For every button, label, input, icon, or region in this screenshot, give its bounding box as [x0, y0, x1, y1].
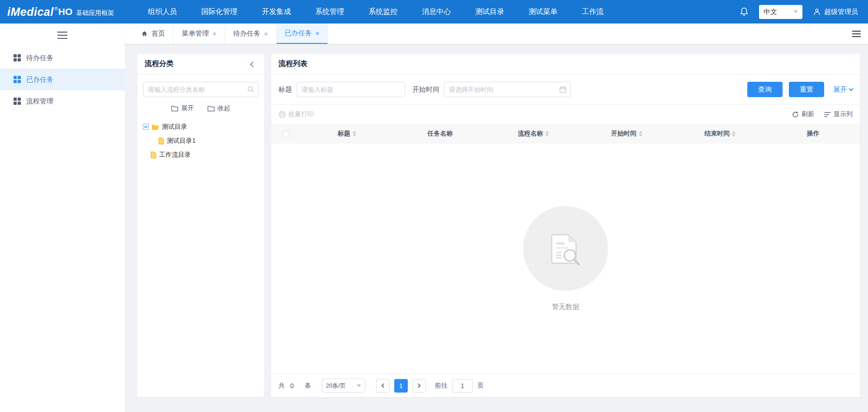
tree-node-label: 测试目录1: [167, 137, 196, 145]
nav-item-org[interactable]: 组织人员: [136, 0, 189, 23]
page-size-select[interactable]: 20条/页: [322, 379, 365, 393]
user-icon: [812, 7, 821, 16]
tree-expand-all-button[interactable]: 展开: [171, 104, 194, 112]
panel-title: 流程分类: [145, 59, 174, 69]
sort-icon[interactable]: [545, 131, 549, 136]
main-nav: 组织人员 国际化管理 开发集成 系统管理 系统监控 消息中心 测试目录 测试菜单…: [136, 0, 739, 23]
start-time-input[interactable]: [444, 82, 571, 97]
file-icon: [151, 151, 156, 159]
empty-state: 暂无数据: [271, 144, 860, 374]
chevron-down-icon: [849, 86, 854, 91]
process-list-panel: 流程列表 标题 开始时间 查询 重置 展开: [271, 54, 860, 397]
logo-suffix: HO: [58, 6, 73, 17]
sidebar-collapse-button[interactable]: [0, 23, 125, 47]
tab-label: 首页: [151, 29, 165, 38]
category-tree: 测试目录 测试目录1 工作流目录: [143, 120, 259, 162]
column-header-title: 标题: [300, 130, 393, 138]
user-menu[interactable]: 超级管理员: [812, 7, 858, 16]
empty-illustration: [523, 206, 608, 291]
nav-item-sysmonitor[interactable]: 系统监控: [356, 0, 410, 23]
batch-print-button[interactable]: 批量打印: [278, 110, 314, 118]
refresh-button[interactable]: 刷新: [792, 110, 814, 118]
nav-item-testdir[interactable]: 测试目录: [463, 0, 516, 23]
expand-filters-link[interactable]: 展开: [833, 85, 853, 94]
search-icon: [247, 86, 254, 93]
topbar: iMedical ® HO 基础应用框架 组织人员 国际化管理 开发集成 系统管…: [0, 0, 868, 23]
nav-item-sysmgmt[interactable]: 系统管理: [303, 0, 356, 23]
empty-text: 暂无数据: [552, 303, 579, 311]
app-logo: iMedical ® HO 基础应用框架: [7, 5, 114, 19]
page-suffix: 页: [477, 382, 484, 390]
file-icon: [158, 137, 164, 145]
nav-item-i18n[interactable]: 国际化管理: [189, 0, 250, 23]
sidebar-item-label: 待办任务: [26, 54, 53, 62]
nav-item-dev[interactable]: 开发集成: [250, 0, 303, 23]
grid-icon: [14, 98, 21, 105]
sidebar-item-done-tasks[interactable]: 已办任务: [0, 69, 125, 90]
refresh-icon: [792, 111, 799, 118]
nav-item-workflow[interactable]: 工作流: [570, 0, 616, 23]
sort-icon[interactable]: [353, 131, 356, 136]
sidebar: 待办任务 已办任务 流程管理: [0, 23, 125, 412]
title-filter-label: 标题: [278, 85, 292, 94]
app-subtitle: 基础应用框架: [76, 9, 114, 17]
prev-page-button[interactable]: [376, 379, 390, 393]
page-number-1[interactable]: 1: [394, 379, 408, 393]
grid-icon: [14, 54, 21, 61]
language-select[interactable]: 中文: [759, 5, 802, 19]
goto-page-input[interactable]: [452, 379, 473, 393]
panel-title: 流程列表: [278, 59, 307, 69]
user-name: 超级管理员: [824, 8, 858, 16]
goto-label: 前往: [435, 382, 448, 390]
chevron-down-icon: [793, 10, 798, 13]
hamburger-icon: [57, 32, 67, 39]
show-columns-button[interactable]: 显示列: [824, 110, 853, 118]
hamburger-icon: [852, 31, 861, 37]
query-button[interactable]: 查询: [747, 82, 783, 97]
tab-label: 待办任务: [233, 29, 260, 38]
sidebar-item-process-mgmt[interactable]: 流程管理: [0, 90, 125, 112]
nav-item-msgcenter[interactable]: 消息中心: [410, 0, 463, 23]
title-filter-input[interactable]: [297, 82, 405, 97]
tree-collapse-all-button[interactable]: 收起: [208, 104, 230, 112]
chevron-left-icon: [381, 384, 386, 388]
column-header-process-name: 流程名称: [487, 130, 580, 138]
tree-node-workflow-dir[interactable]: 工作流目录: [143, 148, 259, 162]
tab-list-menu-button[interactable]: [844, 23, 868, 44]
column-header-actions: 操作: [767, 130, 860, 138]
grid-icon: [14, 76, 21, 83]
tab-close-icon[interactable]: ×: [212, 30, 217, 37]
topbar-right: 中文 超级管理员: [739, 5, 858, 19]
next-page-button[interactable]: [412, 379, 426, 393]
tree-node-test-dir-1[interactable]: 测试目录1: [143, 134, 259, 148]
select-all-checkbox[interactable]: [283, 131, 289, 137]
pagination-bar: 共 0 条 20条/页 1 前往 页: [271, 374, 860, 397]
tree-collapse-node-icon[interactable]: [143, 124, 149, 130]
sidebar-menu: 待办任务 已办任务 流程管理: [0, 47, 125, 112]
tab-menu-management[interactable]: 菜单管理 ×: [174, 23, 225, 44]
tab-close-icon[interactable]: ×: [316, 30, 320, 37]
empty-document-icon: [543, 225, 588, 272]
reset-button[interactable]: 重置: [789, 82, 824, 97]
collapse-panel-icon[interactable]: [249, 58, 257, 70]
tree-node-label: 工作流目录: [159, 151, 191, 159]
column-header-end-time: 结束时间: [673, 130, 766, 138]
column-header-task-name: 任务名称: [393, 130, 486, 138]
total-suffix: 条: [305, 382, 311, 390]
tabbar: 首页 菜单管理 × 待办任务 × 已办任务 ×: [125, 23, 868, 44]
tree-node-label: 测试目录: [162, 123, 187, 131]
sidebar-item-todo-tasks[interactable]: 待办任务: [0, 47, 125, 69]
notification-bell-icon[interactable]: [739, 7, 749, 17]
category-search-input[interactable]: [143, 82, 259, 97]
sort-icon[interactable]: [639, 131, 642, 136]
tab-close-icon[interactable]: ×: [264, 30, 268, 37]
sort-icon[interactable]: [732, 131, 736, 136]
list-panel-header: 流程列表: [271, 54, 860, 75]
tree-node-test-dir[interactable]: 测试目录: [143, 120, 259, 134]
tab-home[interactable]: 首页: [133, 23, 174, 44]
nav-item-testmenu[interactable]: 测试菜单: [516, 0, 570, 23]
category-search: [143, 82, 259, 97]
registered-mark: ®: [54, 6, 58, 11]
tab-done-tasks[interactable]: 已办任务 ×: [277, 23, 328, 44]
tab-todo-tasks[interactable]: 待办任务 ×: [225, 23, 277, 44]
